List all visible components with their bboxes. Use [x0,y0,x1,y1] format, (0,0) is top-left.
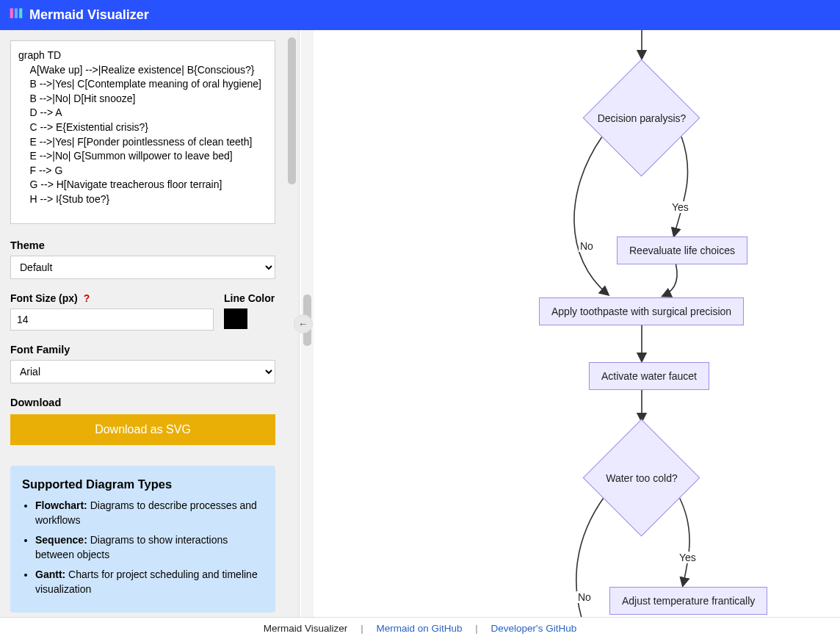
fontsize-input[interactable] [10,308,214,331]
info-list[interactable]: Flowchart: Diagrams to describe processe… [22,499,264,601]
footer-link-dev[interactable]: Developer's GitHub [491,623,577,634]
list-item: Sequence: Diagrams to show interactions … [35,533,261,562]
app-title: Mermaid Visualizer [29,7,149,23]
arrow-left-icon: ← [298,318,308,330]
node-faucet: Activate water faucet [589,362,709,390]
node-toothpaste: Apply toothpaste with surgical precision [539,297,744,325]
list-item: Flowchart: Diagrams to describe processe… [35,499,261,527]
svg-rect-1 [15,8,18,18]
fontfamily-select[interactable]: Arial [10,360,275,383]
theme-select[interactable]: Default [10,256,275,279]
edge-label-no: No [576,591,593,603]
list-item: Gantt: Charts for project scheduling and… [35,568,261,596]
sidebar: graph TD A[Wake up] -->|Realize existenc… [0,30,300,617]
node-reevaluate: Reevaluate life choices [617,237,747,264]
svg-rect-2 [19,8,22,18]
edge-label-yes: Yes [670,201,690,213]
help-icon[interactable]: ? [84,292,90,304]
download-label: Download [10,397,275,408]
fontfamily-label: Font Family [10,344,275,355]
footer-link-mermaid[interactable]: Mermaid on GitHub [376,623,462,634]
theme-label: Theme [10,239,275,251]
edge-label-yes: Yes [678,552,698,563]
edge-label-no: No [579,240,595,252]
fontsize-label: Font Size (px) [10,292,78,304]
diagram-canvas[interactable]: Decision paralysis? Yes No Reevaluate li… [300,30,840,617]
linecolor-label: Line Color [224,292,275,304]
collapse-sidebar-button[interactable]: ← [294,314,313,333]
logo-icon [9,6,23,24]
node-decision-paralysis: Decision paralysis? [583,59,700,177]
footer: Mermaid Visualizer | Mermaid on GitHub |… [0,617,840,639]
mermaid-code-input[interactable]: graph TD A[Wake up] -->|Realize existenc… [10,40,275,224]
svg-rect-0 [10,8,13,18]
linecolor-picker[interactable] [224,308,247,329]
node-adjust-temp: Adjust temperature frantically [609,587,767,615]
footer-app: Mermaid Visualizer [264,623,348,634]
info-title: Supported Diagram Types [22,477,264,491]
node-water-cold: Water too cold? [583,419,700,537]
download-svg-button[interactable]: Download as SVG [10,414,275,445]
info-panel: Supported Diagram Types Flowchart: Diagr… [10,466,275,613]
app-header: Mermaid Visualizer [0,0,840,30]
main-content: graph TD A[Wake up] -->|Realize existenc… [0,30,840,617]
